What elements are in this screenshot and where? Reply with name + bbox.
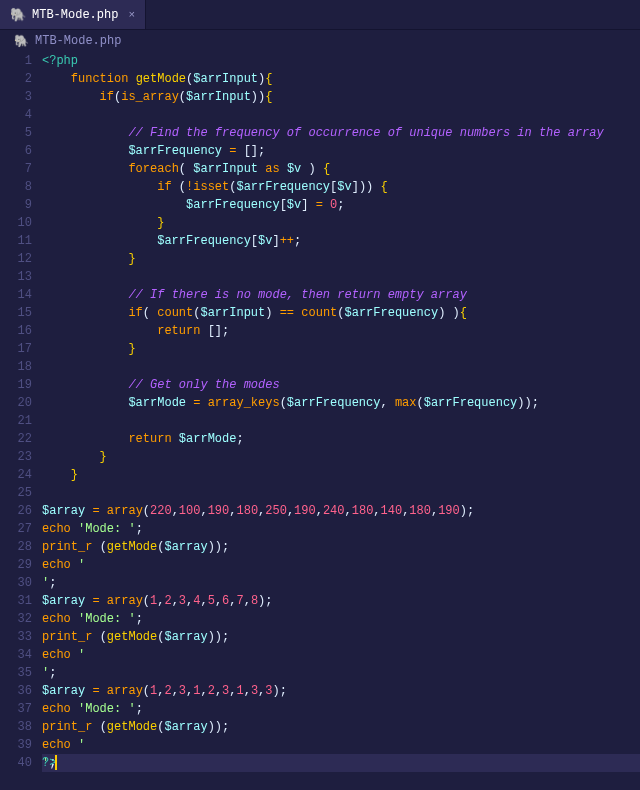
code-line[interactable]: // If there is no mode, then return empt… bbox=[42, 286, 640, 304]
code-line[interactable]: return $arrMode; bbox=[42, 430, 640, 448]
php-icon: 🐘 bbox=[14, 34, 29, 49]
tab-active[interactable]: 🐘 MTB-Mode.php × bbox=[0, 0, 146, 29]
code-line[interactable]: // Find the frequency of occurrence of u… bbox=[42, 124, 640, 142]
breadcrumb-filename[interactable]: MTB-Mode.php bbox=[35, 34, 121, 48]
code-line[interactable]: return []; bbox=[42, 322, 640, 340]
code-line[interactable]: print_r (getMode($array)); bbox=[42, 628, 640, 646]
code-line[interactable]: <?php bbox=[42, 52, 640, 70]
php-icon: 🐘 bbox=[10, 7, 26, 23]
code-line[interactable]: } bbox=[42, 448, 640, 466]
code-line[interactable]: $array = array(1,2,3,1,2,3,1,3,3); bbox=[42, 682, 640, 700]
code-line[interactable] bbox=[42, 484, 640, 502]
code-line[interactable]: echo ' '; bbox=[42, 736, 640, 754]
code-line[interactable]: $array = array(1,2,3,4,5,6,7,8); bbox=[42, 592, 640, 610]
code-line[interactable] bbox=[42, 358, 640, 376]
tab-filename: MTB-Mode.php bbox=[32, 8, 118, 22]
code-line[interactable]: echo 'Mode: '; bbox=[42, 520, 640, 538]
code-line[interactable]: $arrFrequency[$v]++; bbox=[42, 232, 640, 250]
code-line[interactable]: $arrFrequency[$v] = 0; bbox=[42, 196, 640, 214]
code-line[interactable]: echo ' '; bbox=[42, 556, 640, 574]
code-line[interactable]: if(is_array($arrInput)){ bbox=[42, 88, 640, 106]
breadcrumb: 🐘 MTB-Mode.php bbox=[0, 30, 640, 52]
tab-bar: 🐘 MTB-Mode.php × bbox=[0, 0, 640, 30]
code-line[interactable]: // Get only the modes bbox=[42, 376, 640, 394]
editor[interactable]: 1234567891011121314151617181920212223242… bbox=[0, 52, 640, 790]
code-line[interactable]: function getMode($arrInput){ bbox=[42, 70, 640, 88]
code-line[interactable]: } bbox=[42, 250, 640, 268]
close-icon[interactable]: × bbox=[128, 9, 135, 21]
code-line[interactable]: ?> bbox=[42, 754, 640, 772]
gutter: 1234567891011121314151617181920212223242… bbox=[0, 52, 42, 790]
code-line[interactable] bbox=[42, 412, 640, 430]
code-line[interactable]: $array = array(220,100,190,180,250,190,2… bbox=[42, 502, 640, 520]
code-line[interactable] bbox=[42, 664, 640, 682]
code-line[interactable] bbox=[42, 574, 640, 592]
code-line[interactable]: print_r (getMode($array)); bbox=[42, 538, 640, 556]
code-line[interactable] bbox=[42, 268, 640, 286]
code-line[interactable]: $arrFrequency = []; bbox=[42, 142, 640, 160]
code-line[interactable]: foreach( $arrInput as $v ) { bbox=[42, 160, 640, 178]
code-line[interactable]: if( count($arrInput) == count($arrFreque… bbox=[42, 304, 640, 322]
code-line[interactable] bbox=[42, 106, 640, 124]
code-line[interactable]: if (!isset($arrFrequency[$v])) { bbox=[42, 178, 640, 196]
code-line[interactable]: $arrMode = array_keys($arrFrequency, max… bbox=[42, 394, 640, 412]
code-line[interactable]: } bbox=[42, 466, 640, 484]
code-line[interactable]: } bbox=[42, 340, 640, 358]
code-line[interactable]: echo ' '; bbox=[42, 646, 640, 664]
code-line[interactable]: } bbox=[42, 214, 640, 232]
code-line[interactable]: print_r (getMode($array)); bbox=[42, 718, 640, 736]
code-line[interactable]: echo 'Mode: '; bbox=[42, 700, 640, 718]
code-line[interactable]: echo 'Mode: '; bbox=[42, 610, 640, 628]
code-area[interactable]: <?php function getMode($arrInput){ if(is… bbox=[42, 52, 640, 790]
